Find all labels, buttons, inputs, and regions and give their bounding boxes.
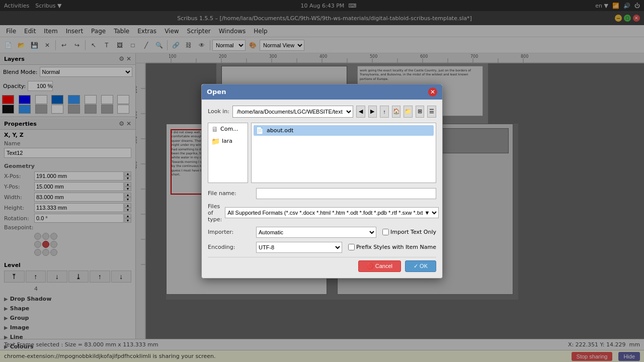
importer-row: Importer: Automatic Import Text Only (208, 227, 436, 238)
filetype-select[interactable]: All Supported Formats (*.csv *.docx *.ht… (225, 207, 439, 218)
prefix-styles-option[interactable]: Prefix Styles with Item Name (348, 244, 436, 250)
ok-button[interactable]: ✓ OK (405, 260, 436, 272)
nav-newfolder-btn[interactable]: 📁 (404, 106, 413, 118)
prefix-styles-check[interactable] (348, 244, 355, 250)
folder-icon: 📁 (211, 137, 220, 145)
filename-row: File name: (208, 188, 436, 199)
nav-list-btn[interactable]: ☰ (427, 106, 436, 118)
importer-label: Importer: (208, 229, 253, 235)
look-in-select[interactable]: /home/lara/Documents/LGC/WEBSITE/text (232, 106, 353, 118)
computer-icon: 🖥 (211, 125, 218, 133)
bookmark-lara[interactable]: 📁 lara (208, 135, 248, 147)
open-dialog: Open ✕ Look in: /home/lara/Documents/LGC… (201, 84, 443, 279)
filetype-label: Files of type: (208, 203, 222, 223)
file-name: about.odt (267, 127, 293, 134)
nav-forward-btn[interactable]: ▶ (368, 106, 377, 118)
modal-title: Open (207, 88, 226, 96)
nav-grid-btn[interactable]: ⊞ (416, 106, 425, 118)
encoding-label: Encoding: (208, 244, 253, 250)
nav-home-btn[interactable]: 🏠 (392, 106, 401, 118)
file-about-odt[interactable]: 📄 about.odt (254, 125, 434, 136)
modal-close-button[interactable]: ✕ (428, 87, 437, 97)
bookmark-lara-label: lara (222, 138, 232, 144)
ok-icon: ✓ (414, 263, 418, 269)
bookmarks-panel: 🖥 Com... 📁 lara (208, 123, 248, 183)
import-text-only-label: Import Text Only (390, 229, 436, 235)
filetype-row: Files of type: All Supported Formats (*.… (208, 203, 436, 223)
filename-input[interactable] (256, 188, 436, 199)
import-text-only-check[interactable] (382, 229, 389, 235)
file-browser: 🖥 Com... 📁 lara 📄 about.odt (208, 123, 436, 183)
file-doc-icon: 📄 (256, 127, 264, 134)
encoding-row: Encoding: UTF-8 Prefix Styles with Item … (208, 242, 436, 253)
nav-back-btn[interactable]: ◀ (356, 106, 365, 118)
modal-body: Look in: /home/lara/Documents/LGC/WEBSIT… (202, 100, 442, 278)
encoding-select[interactable]: UTF-8 (256, 242, 342, 253)
modal-buttons: 🚫 Cancel ✓ OK (208, 257, 436, 272)
modal-titlebar: Open ✕ (202, 84, 442, 100)
importer-select[interactable]: Automatic (256, 227, 376, 238)
look-in-label: Look in: (208, 108, 229, 115)
files-panel: 📄 about.odt (251, 123, 436, 183)
modal-overlay: Open ✕ Look in: /home/lara/Documents/LGC… (0, 0, 644, 362)
bookmark-computer[interactable]: 🖥 Com... (208, 123, 248, 135)
import-text-only-option[interactable]: Import Text Only (382, 229, 436, 235)
cancel-icon: 🚫 (367, 263, 374, 269)
ok-label: OK (420, 263, 428, 269)
prefix-styles-label: Prefix Styles with Item Name (356, 244, 436, 250)
nav-up-btn[interactable]: ↑ (380, 106, 389, 118)
filename-label: File name: (208, 190, 253, 197)
bookmark-computer-label: Com... (220, 126, 238, 132)
cancel-button[interactable]: 🚫 Cancel (358, 260, 401, 272)
look-in-row: Look in: /home/lara/Documents/LGC/WEBSIT… (208, 106, 436, 118)
cancel-label: Cancel (375, 263, 392, 269)
